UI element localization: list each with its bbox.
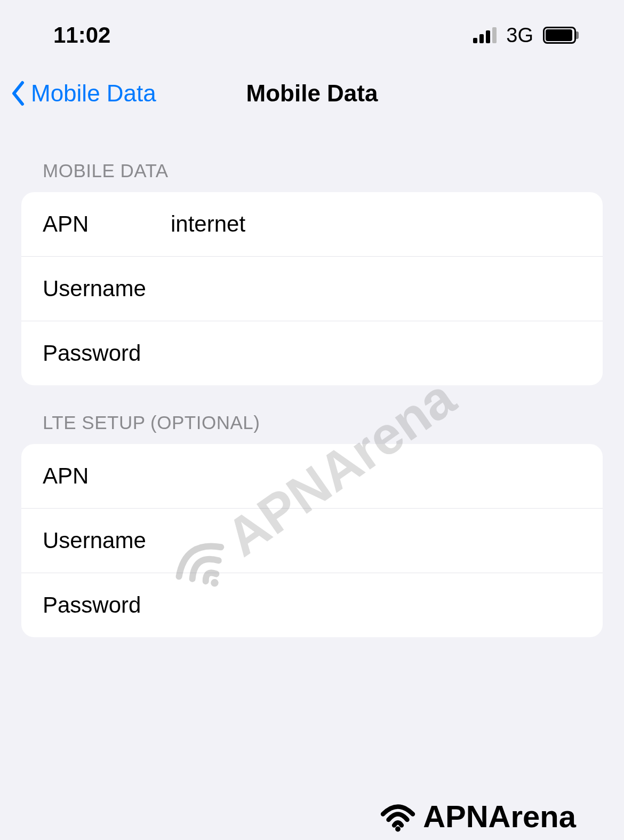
watermark-bottom: APNArena: [379, 797, 576, 835]
chevron-left-icon: [11, 81, 26, 106]
input-apn[interactable]: [171, 211, 581, 237]
input-lte-username[interactable]: [171, 528, 581, 553]
label-password: Password: [43, 340, 171, 366]
section-header-lte: LTE SETUP (OPTIONAL): [0, 412, 624, 444]
input-lte-apn[interactable]: [171, 463, 581, 489]
section-header-mobile-data: MOBILE DATA: [0, 160, 624, 192]
row-apn[interactable]: APN: [21, 192, 603, 257]
battery-icon: [543, 27, 576, 44]
page-title: Mobile Data: [246, 80, 378, 107]
label-username: Username: [43, 276, 171, 302]
row-password[interactable]: Password: [21, 321, 603, 385]
label-lte-password: Password: [43, 592, 171, 618]
row-lte-username[interactable]: Username: [21, 509, 603, 573]
input-lte-password[interactable]: [171, 592, 581, 618]
row-username[interactable]: Username: [21, 257, 603, 321]
label-apn: APN: [43, 211, 171, 237]
status-time: 11:02: [53, 22, 110, 48]
section-group-mobile-data: APN Username Password: [21, 192, 603, 385]
section-group-lte: APN Username Password: [21, 444, 603, 637]
back-button[interactable]: Mobile Data: [11, 80, 156, 107]
row-lte-apn[interactable]: APN: [21, 444, 603, 509]
label-lte-apn: APN: [43, 463, 171, 489]
section-mobile-data: MOBILE DATA APN Username Password: [0, 160, 624, 385]
status-indicators: 3G: [473, 24, 576, 47]
wifi-icon: [379, 797, 417, 835]
input-password[interactable]: [171, 340, 581, 366]
input-username[interactable]: [171, 276, 581, 302]
navigation-bar: Mobile Data Mobile Data: [0, 64, 624, 133]
row-lte-password[interactable]: Password: [21, 573, 603, 637]
network-type: 3G: [506, 24, 533, 47]
back-label: Mobile Data: [31, 80, 156, 107]
cellular-signal-icon: [473, 27, 497, 43]
status-bar: 11:02 3G: [0, 0, 624, 64]
section-lte-setup: LTE SETUP (OPTIONAL) APN Username Passwo…: [0, 412, 624, 637]
svg-point-1: [395, 827, 401, 832]
label-lte-username: Username: [43, 528, 171, 553]
